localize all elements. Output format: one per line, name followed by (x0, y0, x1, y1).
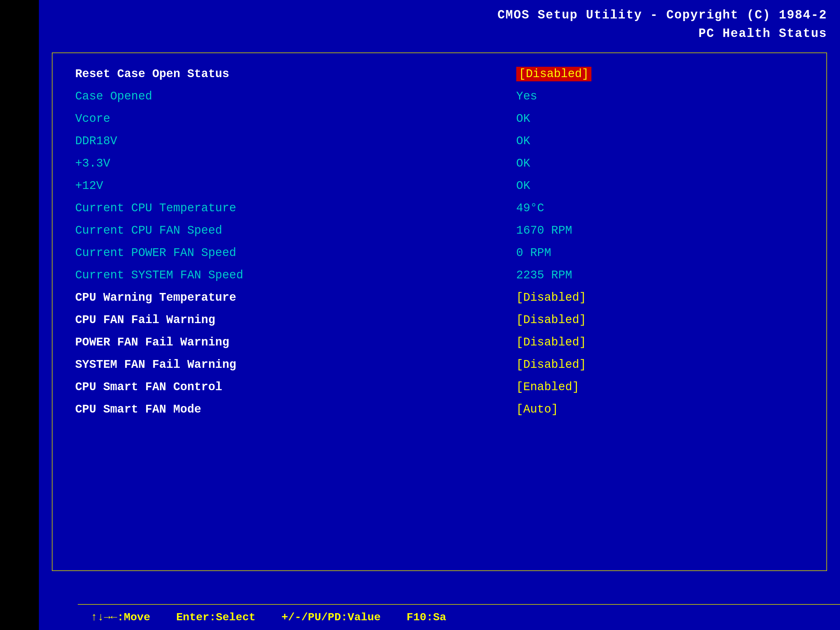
table-row: Current CPU FAN Speed1670 RPM (72, 219, 807, 242)
setting-label: CPU FAN Fail Warning (72, 309, 513, 331)
table-row: VcoreOK (72, 107, 807, 130)
setting-value: [Disabled] (513, 354, 807, 376)
setting-value: 0 RPM (513, 242, 807, 264)
setting-label: DDR18V (72, 130, 513, 152)
header-line1: CMOS Setup Utility - Copyright (C) 1984-… (52, 6, 827, 24)
setting-label: +12V (72, 175, 513, 197)
table-row[interactable]: Reset Case Open Status[Disabled] (72, 63, 807, 85)
setting-label: Current CPU Temperature (72, 197, 513, 219)
setting-value: 2235 RPM (513, 264, 807, 286)
table-row: +12VOK (72, 175, 807, 197)
setting-value: OK (513, 130, 807, 152)
setting-value: Yes (513, 85, 807, 107)
setting-label: SYSTEM FAN Fail Warning (72, 354, 513, 376)
setting-value: OK (513, 152, 807, 175)
table-row: DDR18VOK (72, 130, 807, 152)
setting-label: Current POWER FAN Speed (72, 242, 513, 264)
setting-value: [Disabled] (513, 309, 807, 331)
setting-value: [Enabled] (513, 376, 807, 398)
table-row: SYSTEM FAN Fail Warning[Disabled] (72, 354, 807, 376)
table-row: POWER FAN Fail Warning[Disabled] (72, 331, 807, 354)
setting-value: 1670 RPM (513, 219, 807, 242)
setting-label: POWER FAN Fail Warning (72, 331, 513, 354)
table-row: Current SYSTEM FAN Speed2235 RPM (72, 264, 807, 286)
header-line2: PC Health Status (52, 24, 827, 43)
setting-label: Case Opened (72, 85, 513, 107)
setting-value[interactable]: [Disabled] (513, 63, 807, 85)
setting-value: [Auto] (513, 398, 807, 421)
setting-label: CPU Warning Temperature (72, 286, 513, 309)
footer-value[interactable]: +/-/PU/PD:Value (281, 611, 381, 624)
header-title: CMOS Setup Utility - Copyright (C) 1984-… (39, 0, 840, 46)
table-row: Current CPU Temperature49°C (72, 197, 807, 219)
table-row: CPU Smart FAN Control[Enabled] (72, 376, 807, 398)
setting-label: CPU Smart FAN Mode (72, 398, 513, 421)
footer-bar: ↑↓→←:Move Enter:Select +/-/PU/PD:Value F… (78, 604, 840, 630)
footer-nav[interactable]: ↑↓→←:Move (91, 611, 150, 624)
setting-label: Reset Case Open Status (72, 63, 513, 85)
settings-table: Reset Case Open Status[Disabled]Case Ope… (72, 63, 807, 421)
table-row: CPU FAN Fail Warning[Disabled] (72, 309, 807, 331)
setting-label: Current SYSTEM FAN Speed (72, 264, 513, 286)
setting-label: Current CPU FAN Speed (72, 219, 513, 242)
table-row: Case OpenedYes (72, 85, 807, 107)
table-row: CPU Smart FAN Mode[Auto] (72, 398, 807, 421)
table-row: +3.3VOK (72, 152, 807, 175)
setting-value: OK (513, 175, 807, 197)
table-row: CPU Warning Temperature[Disabled] (72, 286, 807, 309)
setting-label: Vcore (72, 107, 513, 130)
setting-label: +3.3V (72, 152, 513, 175)
footer-enter[interactable]: Enter:Select (176, 611, 256, 624)
footer-save[interactable]: F10:Sa (407, 611, 446, 624)
main-panel: Reset Case Open Status[Disabled]Case Ope… (52, 52, 827, 571)
setting-value: 49°C (513, 197, 807, 219)
setting-value: [Disabled] (513, 286, 807, 309)
bios-screen: CMOS Setup Utility - Copyright (C) 1984-… (39, 0, 840, 630)
table-row: Current POWER FAN Speed0 RPM (72, 242, 807, 264)
setting-value: [Disabled] (513, 331, 807, 354)
setting-value: OK (513, 107, 807, 130)
setting-label: CPU Smart FAN Control (72, 376, 513, 398)
